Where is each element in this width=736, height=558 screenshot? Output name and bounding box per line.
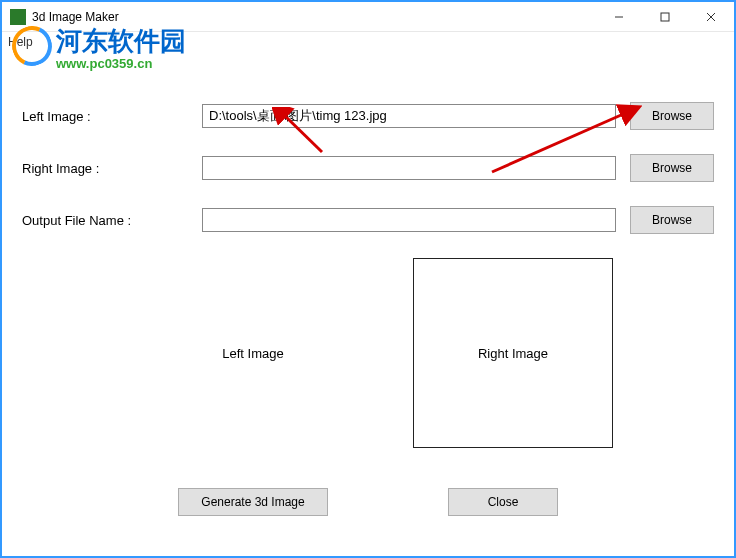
- menu-help[interactable]: Help: [8, 35, 33, 49]
- maximize-icon: [660, 12, 670, 22]
- output-browse-button[interactable]: Browse: [630, 206, 714, 234]
- svg-rect-1: [661, 13, 669, 21]
- output-row: Output File Name : Browse: [22, 206, 714, 234]
- form-area: Left Image : Browse Right Image : Browse…: [2, 52, 734, 516]
- window-controls: [596, 2, 734, 31]
- left-image-browse-button[interactable]: Browse: [630, 102, 714, 130]
- generate-button[interactable]: Generate 3d Image: [178, 488, 328, 516]
- right-image-label: Right Image :: [22, 161, 202, 176]
- left-image-preview: Left Image: [153, 258, 353, 448]
- right-preview-label: Right Image: [478, 346, 548, 361]
- close-window-button[interactable]: [688, 2, 734, 31]
- action-buttons: Generate 3d Image Close: [22, 488, 714, 516]
- close-icon: [706, 12, 716, 22]
- right-image-browse-button[interactable]: Browse: [630, 154, 714, 182]
- maximize-button[interactable]: [642, 2, 688, 31]
- left-image-input[interactable]: [202, 104, 616, 128]
- close-button[interactable]: Close: [448, 488, 558, 516]
- left-image-row: Left Image : Browse: [22, 102, 714, 130]
- minimize-button[interactable]: [596, 2, 642, 31]
- left-preview-label: Left Image: [222, 346, 283, 361]
- right-image-row: Right Image : Browse: [22, 154, 714, 182]
- right-image-input[interactable]: [202, 156, 616, 180]
- output-label: Output File Name :: [22, 213, 202, 228]
- menubar: Help: [2, 32, 734, 52]
- right-image-preview: Right Image: [413, 258, 613, 448]
- titlebar: 3d Image Maker: [2, 2, 734, 32]
- window-title: 3d Image Maker: [32, 10, 596, 24]
- minimize-icon: [614, 12, 624, 22]
- left-image-label: Left Image :: [22, 109, 202, 124]
- output-input[interactable]: [202, 208, 616, 232]
- preview-area: Left Image Right Image: [22, 258, 714, 448]
- app-icon: [10, 9, 26, 25]
